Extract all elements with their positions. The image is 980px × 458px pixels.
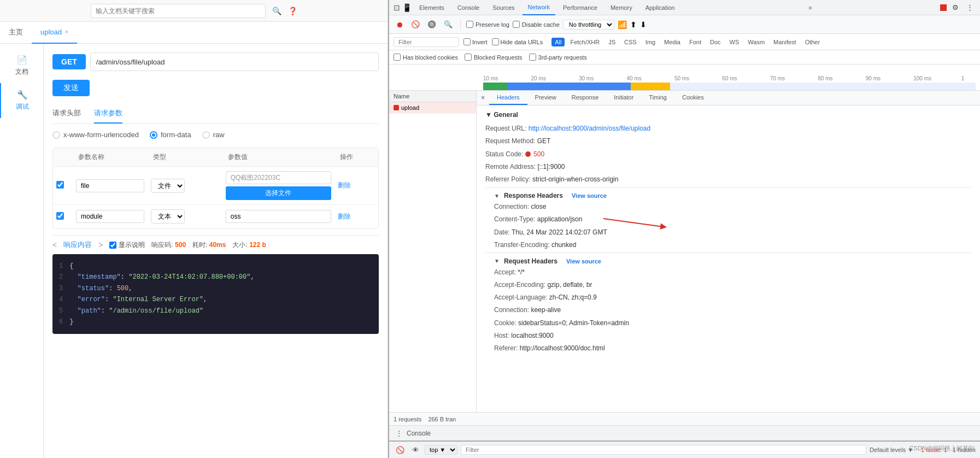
wifi-icon[interactable]: 📶 — [618, 20, 627, 29]
devtools-tab-performance[interactable]: Performance — [558, 0, 603, 15]
row2-type-select[interactable]: 文本 文件 — [151, 209, 185, 224]
network-filter-input[interactable] — [394, 37, 459, 47]
has-blocked-cookies-cb[interactable] — [394, 54, 401, 61]
row1-name-cell — [73, 175, 148, 197]
filter-tab-font[interactable]: Font — [686, 38, 705, 46]
response-prev-btn[interactable]: < — [52, 240, 57, 249]
detail-tab-cookies[interactable]: Cookies — [674, 91, 712, 105]
detail-tab-response[interactable]: Response — [564, 91, 607, 105]
devtools-tab-sources[interactable]: Sources — [487, 0, 520, 15]
clear-button[interactable]: 🔘 — [425, 19, 438, 30]
filter-tab-ws[interactable]: WS — [726, 38, 743, 46]
row1-delete-link[interactable]: 删除 — [338, 181, 351, 189]
filter-tab-css[interactable]: CSS — [621, 38, 640, 46]
devtools-tab-console[interactable]: Console — [452, 0, 485, 15]
request-headers-triangle: ▼ — [494, 258, 500, 264]
send-button[interactable]: 发送 — [52, 80, 90, 96]
bottom-stop-btn[interactable]: 🚫 — [394, 445, 407, 455]
timeline-40ms: 40 ms — [626, 75, 674, 81]
devtools-phone-icon[interactable]: 📱 — [402, 3, 412, 12]
invert-filter-label[interactable]: Invert — [463, 38, 488, 45]
filter-tab-js[interactable]: JS — [605, 38, 619, 46]
disable-cache-checkbox[interactable] — [513, 21, 520, 28]
detail-tab-headers[interactable]: Headers — [489, 91, 527, 105]
row2-checkbox[interactable] — [56, 212, 64, 220]
console-level-select[interactable]: top ▼ — [425, 445, 457, 455]
filter-tab-other[interactable]: Other — [802, 38, 824, 46]
row1-type-select[interactable]: 文件 文本 — [151, 179, 185, 193]
more-options-icon[interactable]: ⋮ — [964, 2, 976, 13]
devtools-tab-network[interactable]: Network — [523, 0, 555, 15]
disable-cache-label[interactable]: Disable cache — [513, 21, 560, 28]
devtools-tab-elements[interactable]: Elements — [414, 0, 450, 15]
devtools-tab-memory[interactable]: Memory — [605, 0, 638, 15]
filter-tab-manifest[interactable]: Manifest — [770, 38, 800, 46]
row2-value-input[interactable] — [226, 210, 331, 223]
radio-urlencoded[interactable]: x-www-form-urlencoded — [52, 131, 139, 139]
sidebar-item-doc[interactable]: 📄 文档 — [0, 48, 43, 83]
headers-content: ▼ General Request URL: http://localhost:… — [477, 105, 980, 360]
tab-upload[interactable]: upload × — [32, 22, 77, 44]
radio-raw[interactable]: raw — [202, 131, 225, 139]
list-item[interactable]: upload — [389, 102, 476, 114]
throttle-select[interactable]: No throttling Fast 3G Slow 3G — [563, 20, 614, 30]
detail-tab-initiator[interactable]: Initiator — [606, 91, 641, 105]
console-toggle-bar[interactable]: ⋮ Console — [389, 425, 980, 441]
detail-tab-preview[interactable]: Preview — [527, 91, 564, 105]
default-levels-label: Default levels ▼ — [870, 447, 913, 453]
url-input[interactable] — [90, 52, 379, 71]
row2-delete-link[interactable]: 删除 — [338, 213, 351, 220]
row1-file-name[interactable] — [226, 171, 331, 184]
filter-tab-wasm[interactable]: Wasm — [744, 38, 768, 46]
sub-tab-headers[interactable]: 请求头部 — [52, 104, 81, 124]
search-input[interactable] — [91, 4, 266, 18]
filter-toggle-button[interactable]: 🔍 — [442, 19, 455, 30]
hide-data-urls-checkbox[interactable] — [492, 38, 499, 45]
upload-icon[interactable]: ⬆ — [630, 20, 637, 29]
tab-home[interactable]: 主页 — [0, 22, 32, 44]
filter-tab-fetch[interactable]: Fetch/XHR — [567, 38, 603, 46]
preserve-log-label[interactable]: Preserve log — [466, 21, 509, 28]
row2-name-input[interactable] — [76, 210, 144, 223]
devtools-cursor-icon[interactable]: ⊡ — [394, 3, 400, 12]
search-icon[interactable]: 🔍 — [272, 7, 281, 15]
row1-checkbox[interactable] — [56, 181, 64, 189]
filter-tab-all[interactable]: All — [551, 38, 565, 46]
filter-tab-media[interactable]: Media — [661, 38, 684, 46]
third-party-requests-label[interactable]: 3rd-party requests — [529, 54, 587, 61]
response-headers-view-source[interactable]: View source — [572, 192, 607, 199]
filter-tab-img[interactable]: Img — [642, 38, 659, 46]
detail-tab-timing[interactable]: Timing — [641, 91, 674, 105]
show-desc-checkbox[interactable] — [109, 242, 116, 249]
show-desc-label[interactable]: 显示说明 — [109, 240, 145, 250]
resp-transfer-encoding-row: Transfer-Encoding: chunked — [494, 240, 963, 250]
blocked-requests-label[interactable]: Blocked Requests — [465, 54, 523, 61]
sub-tab-params[interactable]: 请求参数 — [94, 104, 122, 124]
record-button[interactable]: ⏺ — [394, 19, 406, 30]
preserve-log-checkbox[interactable] — [466, 21, 473, 28]
devtools-more-tabs[interactable]: » — [808, 4, 812, 11]
has-blocked-cookies-label[interactable]: Has blocked cookies — [394, 54, 458, 61]
help-icon[interactable]: ❓ — [288, 7, 297, 15]
third-party-cb[interactable] — [529, 54, 536, 61]
bottom-eye-btn[interactable]: 👁 — [410, 445, 421, 455]
devtools-tab-application[interactable]: Application — [640, 0, 680, 15]
stop-button[interactable]: 🚫 — [409, 19, 422, 30]
blocked-requests-cb[interactable] — [465, 54, 472, 61]
filter-tab-doc[interactable]: Doc — [707, 38, 724, 46]
choose-file-button[interactable]: 选择文件 — [226, 186, 331, 200]
download-icon[interactable]: ⬇ — [640, 20, 647, 29]
settings-icon[interactable]: ⚙ — [950, 2, 961, 13]
bottom-bar: 🚫 👁 top ▼ Default levels ▼ 1 Issue: 1 1 … — [389, 441, 980, 458]
hide-data-urls-label[interactable]: Hide data URLs — [492, 38, 543, 45]
response-next-btn[interactable]: > — [98, 240, 103, 249]
tab-close-icon[interactable]: × — [65, 29, 68, 35]
invert-checkbox[interactable] — [463, 38, 471, 45]
request-headers-view-source[interactable]: View source — [566, 258, 601, 265]
sidebar-item-debug[interactable]: 🔧 调试 — [0, 83, 43, 118]
radio-formdata[interactable]: form-data — [150, 131, 191, 139]
row1-name-input[interactable] — [76, 179, 144, 192]
detail-close-btn[interactable]: × — [477, 91, 489, 105]
console-filter-input[interactable] — [461, 445, 866, 455]
table-row: 文本 文件 删除 — [53, 205, 378, 228]
